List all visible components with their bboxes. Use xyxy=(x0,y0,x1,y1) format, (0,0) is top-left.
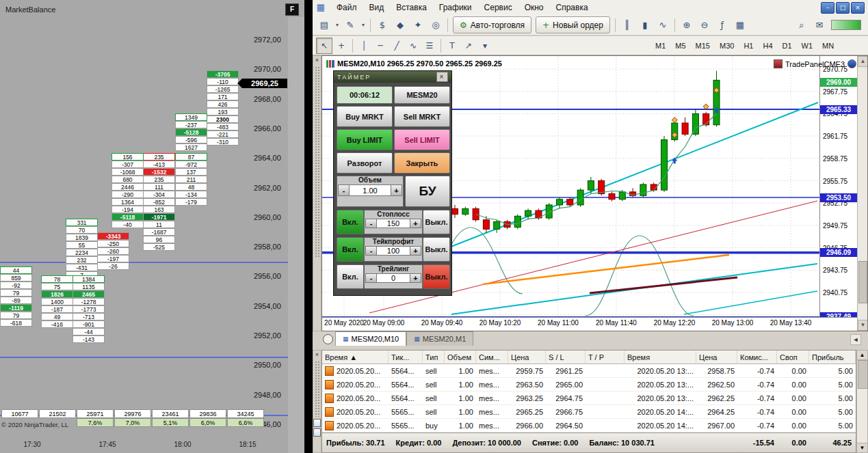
chart-tab-mesm20-m1[interactable]: ▦MESM20,M1 xyxy=(406,331,473,346)
table-row-cell[interactable]: 2965.25 xyxy=(508,405,546,419)
reverse-button[interactable]: Разворот xyxy=(337,152,393,174)
chart-tab-mesm20-m10[interactable]: ▦MESM20,M10 xyxy=(335,331,406,346)
close-icon[interactable]: × xyxy=(313,351,321,359)
table-row-cell[interactable]: sell xyxy=(423,392,445,405)
table-row-cell[interactable]: 2020.05.20... xyxy=(322,364,389,378)
cursor-tool[interactable]: ↖ xyxy=(316,38,332,54)
profiles-dropdown-icon[interactable]: ▾ xyxy=(360,17,367,33)
trailing-plus-button[interactable]: + xyxy=(410,273,421,283)
dock-grip[interactable] xyxy=(315,66,319,258)
indicators-icon[interactable]: ƒ xyxy=(714,17,731,33)
table-row-cell[interactable]: 0.00 xyxy=(777,378,809,392)
restore-button[interactable]: □ xyxy=(836,2,850,14)
table-row-cell[interactable]: 5.00 xyxy=(809,392,856,405)
chart-bars-icon[interactable]: ║ xyxy=(619,17,635,33)
price-axis[interactable]: 2970.752967.752964.752961.752958.752955.… xyxy=(819,56,858,317)
timeframe-mn[interactable]: MN xyxy=(818,39,838,53)
timeframe-w1[interactable]: W1 xyxy=(798,39,817,53)
table-row-cell[interactable]: 2964.75 xyxy=(546,392,586,405)
table-row-cell[interactable]: buy xyxy=(423,419,445,433)
scroll-up-icon[interactable]: ▲ xyxy=(858,56,868,67)
journal-icon[interactable] xyxy=(313,419,321,427)
scroll-down-icon[interactable]: ▼ xyxy=(857,443,867,452)
volume-value[interactable]: 1.00 xyxy=(350,184,391,196)
timeframe-m5[interactable]: M5 xyxy=(671,39,689,53)
table-row-cell[interactable] xyxy=(586,392,624,405)
close-position-button[interactable]: Закрыть xyxy=(394,152,450,174)
column-header-symbol[interactable]: Сим... xyxy=(476,351,508,364)
column-header-volume[interactable]: Объем xyxy=(445,351,476,364)
autotrading-button[interactable]: ⚙Авто-торговля xyxy=(453,16,531,33)
table-row-cell[interactable]: 2966.00 xyxy=(508,419,546,433)
stoploss-off-button[interactable]: Выкл. xyxy=(423,210,450,234)
scroll-up-icon[interactable]: ▲ xyxy=(857,351,867,360)
fibonacci-tool[interactable]: ☰ xyxy=(422,38,437,53)
table-row-cell[interactable]: 1.00 xyxy=(445,392,476,405)
table-row-cell[interactable]: -0.74 xyxy=(737,419,777,433)
vertical-line-tool[interactable]: │ xyxy=(356,38,371,53)
table-row-cell[interactable]: 2020.05.20 14:... xyxy=(624,405,696,419)
scrollbar-thumb[interactable] xyxy=(858,360,868,389)
stoploss-minus-button[interactable]: - xyxy=(365,219,377,228)
sell-market-button[interactable]: Sell MRKT xyxy=(394,106,450,127)
table-row-cell[interactable]: 2961.25 xyxy=(546,364,586,378)
table-row-cell[interactable]: 2020.05.20... xyxy=(322,378,389,392)
chart-scrollbar[interactable]: ▲ ▼ xyxy=(857,56,868,331)
column-header-swap[interactable]: Своп xyxy=(777,351,809,364)
tile-windows-icon[interactable]: ▦ xyxy=(732,17,748,33)
chart-window[interactable]: MESM20,M10 2965.25 2970.50 2965.25 2969.… xyxy=(321,55,868,331)
scrollbar-thumb[interactable] xyxy=(858,261,867,303)
column-header-tp[interactable]: T / P xyxy=(586,351,624,364)
table-row-cell[interactable]: 2020.05.20... xyxy=(322,392,389,405)
support-line[interactable] xyxy=(0,262,288,263)
new-order-button[interactable]: +Новый ордер xyxy=(536,16,610,33)
minimize-button[interactable]: – xyxy=(821,2,834,14)
table-row-cell[interactable]: 2964.50 xyxy=(546,419,586,433)
table-row-cell[interactable]: 5565... xyxy=(389,405,423,419)
column-header-time2[interactable]: Время xyxy=(624,351,696,364)
market-watch-icon[interactable]: $ xyxy=(374,17,391,33)
table-row-cell[interactable]: 2966.75 xyxy=(546,405,586,419)
table-row-cell[interactable]: 1.00 xyxy=(445,419,476,433)
timeframe-m15[interactable]: M15 xyxy=(692,39,714,53)
table-row-cell[interactable]: 2963.50 xyxy=(508,378,546,392)
text-tool[interactable]: T xyxy=(445,38,460,53)
table-row-cell[interactable]: mes... xyxy=(476,364,508,378)
table-row-cell[interactable]: 2967.00 xyxy=(696,419,737,433)
table-row-cell[interactable]: 1.00 xyxy=(445,405,476,419)
table-row-cell[interactable]: 0.00 xyxy=(777,405,809,419)
stoploss-value[interactable]: 150 xyxy=(377,219,410,228)
table-row-cell[interactable]: -0.74 xyxy=(737,405,777,419)
table-row-cell[interactable]: 5.00 xyxy=(809,378,856,392)
menu-справка[interactable]: Справка xyxy=(550,1,594,14)
table-row-cell[interactable]: 5565... xyxy=(389,419,423,433)
table-row-cell[interactable] xyxy=(586,405,624,419)
column-header-type[interactable]: Тип xyxy=(423,351,445,364)
table-row-cell[interactable]: 2020.05.20... xyxy=(322,405,389,419)
support-line[interactable] xyxy=(0,357,288,358)
zoom-in-icon[interactable]: ⊕ xyxy=(679,17,695,33)
column-header-commission[interactable]: Комис... xyxy=(737,351,777,364)
terminal-icon[interactable]: ◎ xyxy=(428,17,444,33)
menu-сервис[interactable]: Сервис xyxy=(478,1,518,14)
table-row-cell[interactable] xyxy=(586,378,624,392)
table-row-cell[interactable]: 5.00 xyxy=(809,405,856,419)
horizontal-line-tool[interactable]: ─ xyxy=(373,38,388,53)
crosshair-tool[interactable]: + xyxy=(334,38,349,53)
column-header-time[interactable]: Время ▲ xyxy=(322,351,389,364)
trailing-minus-button[interactable]: - xyxy=(365,273,377,283)
buy-market-button[interactable]: Buy MRKT xyxy=(337,106,393,127)
timeframe-h4[interactable]: H4 xyxy=(759,39,776,53)
volume-plus-button[interactable]: + xyxy=(391,184,402,196)
close-button[interactable]: × xyxy=(851,2,865,14)
table-row-cell[interactable]: 1.00 xyxy=(445,364,476,378)
table-row-cell[interactable]: 2958.75 xyxy=(696,364,737,378)
buy-limit-button[interactable]: Buy LIMIT xyxy=(337,129,393,150)
table-row-cell[interactable]: mes... xyxy=(476,378,508,392)
table-row-cell[interactable]: sell xyxy=(423,405,445,419)
chat-icon[interactable]: ✉ xyxy=(811,17,828,33)
menu-файл[interactable]: Файл xyxy=(330,1,363,14)
timeframe-m30[interactable]: M30 xyxy=(715,39,738,53)
menu-вид[interactable]: Вид xyxy=(363,1,391,14)
table-row-cell[interactable]: 5.00 xyxy=(809,419,856,433)
